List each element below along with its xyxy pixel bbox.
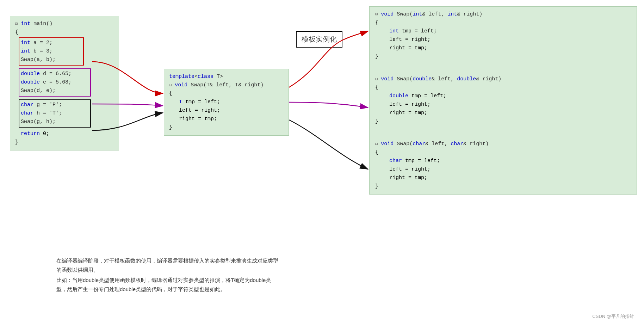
panel-right: ⊟ void Swap(int& left, int& right) { int…	[369, 6, 637, 195]
watermark: CSDN @平凡的指针	[592, 313, 634, 320]
label-box: 模板实例化	[296, 31, 342, 48]
double-swap-header: ⊟ void Swap(double& left, double& right)	[375, 75, 631, 84]
box-red-int: int a = 2; int b = 3; Swap(a, b);	[19, 37, 84, 66]
description-p1: 在编译器编译阶段，对于模板函数的使用，编译器需要根据传入的实参类型来推演生成对应…	[56, 256, 278, 274]
panel-main: ⊟ int main() { int a = 2; int b = 3; Swa…	[10, 16, 119, 150]
arrow-black-mid-to-right	[289, 120, 368, 169]
int-swap-header: ⊟ void Swap(int& left, int& right)	[375, 10, 631, 19]
label-text: 模板实例化	[302, 35, 337, 43]
description: 在编译器编译阶段，对于模板函数的使用，编译器需要根据传入的实参类型来推演生成对应…	[56, 256, 278, 295]
description-p2: 比如：当用double类型使用函数模板时，编译器通过对实参类型的推演，将T确定为…	[56, 276, 278, 294]
char-swap-header: ⊟ void Swap(char& left, char& right)	[375, 140, 631, 148]
main-header: ⊟ int main()	[15, 20, 114, 28]
box-purple-double: double d = 6.65; double e = 5.68; Swap(d…	[19, 68, 91, 97]
panel-template: template<class T> ⊟ void Swap(T& left, T…	[164, 69, 289, 136]
arrow-purple-mid-to-right	[289, 102, 368, 107]
box-black-char: char g = 'P'; char h = 'T'; Swap(g, h);	[19, 99, 91, 128]
main-container: ⊟ int main() { int a = 2; int b = 3; Swa…	[0, 0, 644, 326]
